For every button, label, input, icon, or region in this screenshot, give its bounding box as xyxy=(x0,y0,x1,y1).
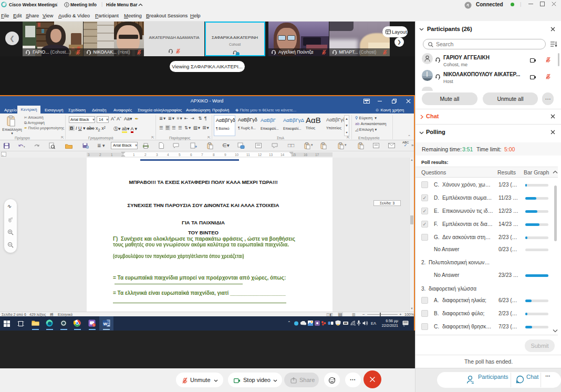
svg-text:▾: ▾ xyxy=(24,145,25,148)
svg-text:W: W xyxy=(103,322,108,326)
